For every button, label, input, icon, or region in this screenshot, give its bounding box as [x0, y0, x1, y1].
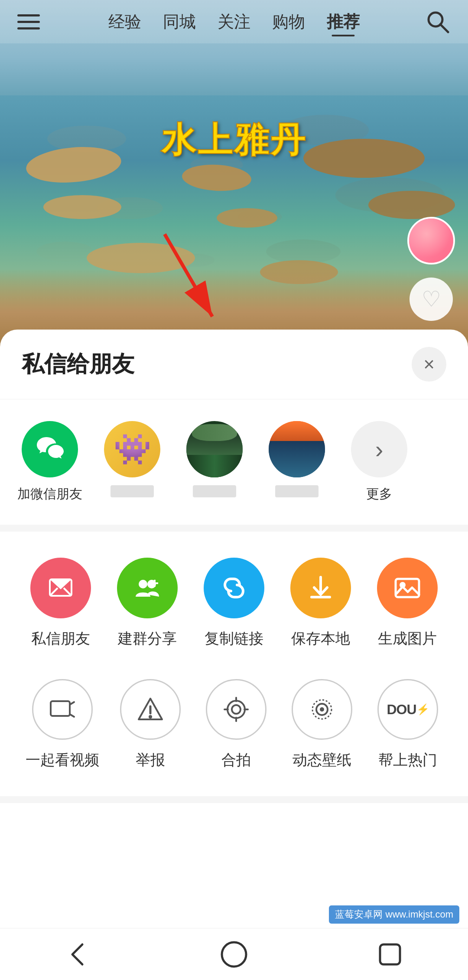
action-wallpaper[interactable]: 动态壁纸 — [287, 679, 357, 770]
svg-rect-31 — [380, 944, 400, 964]
friend-avatar-2 — [186, 421, 243, 477]
hot-label: 帮上热门 — [378, 750, 437, 770]
tab-follow[interactable]: 关注 — [218, 11, 250, 33]
wechat-avatar — [22, 421, 78, 477]
nav-tabs: 经验 同城 关注 购物 推荐 — [108, 11, 360, 33]
friend-item-3[interactable] — [260, 421, 334, 497]
friend-item-2[interactable] — [178, 421, 251, 497]
action-save[interactable]: 保存本地 — [286, 558, 355, 649]
avatar[interactable] — [407, 217, 455, 265]
sheet-title: 私信给朋友 — [22, 349, 134, 379]
wallpaper-label: 动态壁纸 — [292, 750, 351, 770]
tab-experience[interactable]: 经验 — [108, 11, 141, 33]
friend-avatar-1 — [104, 421, 160, 477]
action-row-2: 一起看视频 举报 — [0, 666, 468, 803]
image-label: 生成图片 — [378, 629, 437, 649]
bottom-sheet: 私信给朋友 × 加微信朋友 — [0, 330, 468, 980]
save-label: 保存本地 — [291, 629, 350, 649]
like-button[interactable]: ♡ — [410, 278, 453, 321]
action-image[interactable]: 生成图片 — [373, 558, 442, 649]
friend-item-1[interactable] — [95, 421, 169, 497]
report-icon — [120, 679, 181, 740]
nav-recent-button[interactable] — [368, 933, 412, 976]
friend-name-1 — [110, 485, 154, 497]
watch-icon — [32, 679, 93, 740]
bottom-navigation — [0, 928, 468, 980]
friend-avatar-3 — [269, 421, 325, 477]
svg-point-29 — [320, 707, 324, 712]
friend-name-more: 更多 — [366, 485, 392, 503]
svg-point-20 — [149, 715, 152, 719]
wallpaper-icon — [292, 679, 352, 740]
svg-line-5 — [50, 588, 58, 596]
action-dm[interactable]: 私信朋友 — [26, 558, 95, 649]
nav-back-button[interactable] — [56, 933, 100, 976]
friend-name-2 — [193, 485, 236, 497]
close-button[interactable]: × — [412, 347, 446, 382]
search-icon[interactable] — [425, 9, 451, 35]
watch-label: 一起看视频 — [26, 750, 99, 770]
action-hot[interactable]: DOU⚡ 帮上热门 — [373, 679, 442, 770]
save-icon — [290, 558, 351, 618]
tab-local[interactable]: 同城 — [163, 11, 196, 33]
action-copy[interactable]: 复制链接 — [199, 558, 269, 649]
collab-label: 合拍 — [221, 750, 251, 770]
collab-icon — [206, 679, 266, 740]
dm-label: 私信朋友 — [31, 629, 90, 649]
svg-line-17 — [70, 714, 74, 717]
svg-line-6 — [64, 588, 72, 596]
svg-point-22 — [232, 705, 240, 714]
hot-icon: DOU⚡ — [377, 679, 438, 740]
nav-home-button[interactable] — [212, 933, 256, 976]
svg-line-1 — [440, 24, 448, 32]
video-area: 水上雅丹 ♡ — [0, 0, 468, 356]
video-title: 水上雅丹 — [161, 117, 307, 164]
profile-side: ♡ — [407, 217, 455, 321]
top-navigation: 经验 同城 关注 购物 推荐 — [0, 0, 468, 43]
report-label: 举报 — [136, 750, 165, 770]
friend-name-wechat: 加微信朋友 — [17, 485, 82, 503]
watermark: 蓝莓安卓网 www.imkjst.com — [329, 905, 459, 924]
tab-recommend[interactable]: 推荐 — [327, 11, 360, 33]
svg-point-7 — [139, 580, 147, 588]
friend-name-3 — [275, 485, 318, 497]
menu-icon[interactable] — [17, 9, 43, 35]
copy-label: 复制链接 — [205, 629, 263, 649]
video-background — [0, 0, 468, 356]
friend-item-wechat[interactable]: 加微信朋友 — [13, 421, 87, 503]
dm-icon — [30, 558, 91, 618]
friends-row: 加微信朋友 › 更多 — [0, 399, 468, 532]
svg-rect-13 — [396, 579, 419, 597]
action-row-1: 私信朋友 建群分享 — [0, 532, 468, 666]
action-report[interactable]: 举报 — [116, 679, 185, 770]
copy-icon — [204, 558, 264, 618]
action-watch[interactable]: 一起看视频 — [26, 679, 99, 770]
action-collab[interactable]: 合拍 — [202, 679, 271, 770]
image-icon — [377, 558, 438, 618]
svg-point-21 — [228, 701, 245, 718]
tab-shop[interactable]: 购物 — [272, 11, 305, 33]
group-label: 建群分享 — [118, 629, 177, 649]
svg-rect-15 — [51, 701, 70, 716]
friend-item-more[interactable]: › 更多 — [342, 421, 416, 503]
friend-avatar-more: › — [351, 421, 407, 477]
sheet-header: 私信给朋友 × — [0, 347, 468, 399]
svg-point-30 — [222, 942, 246, 967]
group-icon — [117, 558, 178, 618]
action-group[interactable]: 建群分享 — [113, 558, 182, 649]
